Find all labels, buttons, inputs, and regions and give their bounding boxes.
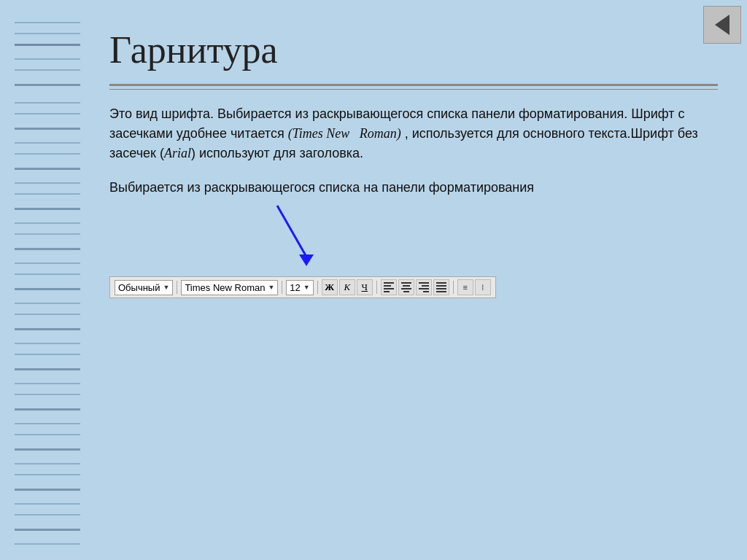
deco-line xyxy=(15,193,80,195)
title-section: Гарнитура xyxy=(109,29,718,71)
title-line-thick xyxy=(109,84,718,86)
deco-line xyxy=(15,314,80,315)
deco-line xyxy=(15,69,80,71)
deco-line xyxy=(15,262,80,264)
deco-line xyxy=(15,113,80,114)
deco-line xyxy=(15,503,80,505)
toolbar-divider-1 xyxy=(177,281,177,294)
deco-line xyxy=(15,543,80,545)
para2-text: Выбирается из раскрывающегося списка на … xyxy=(109,180,534,195)
style-dropdown[interactable]: Обычный ▼ xyxy=(115,280,173,295)
main-content: Гарнитура Это вид шрифта. Выбирается из … xyxy=(80,0,747,560)
deco-line xyxy=(15,182,80,184)
style-label: Обычный xyxy=(118,282,160,293)
line-spacing-icon: ≡ xyxy=(463,283,468,292)
font-label: Times New Roman xyxy=(185,282,265,293)
deco-line xyxy=(15,248,80,250)
deco-line xyxy=(15,22,80,23)
deco-line xyxy=(15,142,80,144)
deco-line xyxy=(15,273,80,275)
size-label: 12 xyxy=(290,282,300,293)
deco-line xyxy=(15,474,80,475)
deco-line xyxy=(15,168,80,170)
font-dropdown[interactable]: Times New Roman ▼ xyxy=(181,280,278,295)
para1-italic-times: (Times New Roman) xyxy=(288,126,401,141)
title-underlines xyxy=(109,84,718,90)
align-right-icon xyxy=(417,281,430,294)
deco-line xyxy=(15,44,80,46)
style-dropdown-arrow: ▼ xyxy=(163,284,169,291)
deco-line xyxy=(15,514,80,516)
deco-line xyxy=(15,233,80,235)
deco-line xyxy=(15,529,80,531)
deco-line xyxy=(15,408,80,411)
deco-line xyxy=(15,84,80,86)
deco-line xyxy=(15,368,80,370)
align-right-button[interactable] xyxy=(416,279,432,295)
deco-line xyxy=(15,208,80,210)
bold-label: Ж xyxy=(325,281,334,293)
svg-marker-1 xyxy=(299,254,314,266)
deco-line xyxy=(15,383,80,384)
align-left-icon xyxy=(382,281,395,294)
deco-line xyxy=(15,423,80,424)
toolbar-container: Обычный ▼ Times New Roman ▼ 12 ▼ Ж xyxy=(109,276,718,298)
extra-format-button[interactable]: ⁞ xyxy=(475,279,491,295)
italic-button[interactable]: К xyxy=(339,279,355,295)
deco-line xyxy=(15,354,80,355)
italic-label: К xyxy=(344,281,350,293)
align-justify-icon xyxy=(435,281,448,294)
deco-line xyxy=(15,303,80,304)
align-center-button[interactable] xyxy=(398,279,414,295)
size-dropdown[interactable]: 12 ▼ xyxy=(286,280,313,295)
deco-line xyxy=(15,128,80,130)
deco-line xyxy=(15,153,80,155)
size-dropdown-arrow: ▼ xyxy=(303,284,310,291)
arrow-container xyxy=(109,209,718,268)
deco-line xyxy=(15,434,80,435)
underline-label: Ч xyxy=(362,281,368,293)
para1-text3: ) используют для заголовка. xyxy=(191,146,363,160)
title-line-thin xyxy=(109,89,718,90)
font-dropdown-arrow: ▼ xyxy=(268,284,274,291)
line-spacing-button[interactable]: ≡ xyxy=(457,279,473,295)
body-paragraph-1: Это вид шрифта. Выбирается из раскрывающ… xyxy=(109,104,718,163)
svg-line-0 xyxy=(277,206,306,257)
extra-format-icon: ⁞ xyxy=(481,283,484,292)
toolbar-divider-2 xyxy=(282,281,282,294)
deco-line xyxy=(15,288,80,290)
deco-line xyxy=(15,463,80,464)
deco-line xyxy=(15,489,80,491)
deco-line xyxy=(15,33,80,34)
bold-button[interactable]: Ж xyxy=(322,279,338,295)
left-decoration xyxy=(0,0,80,560)
align-center-icon xyxy=(400,281,413,294)
align-justify-button[interactable] xyxy=(433,279,449,295)
toolbar-divider-5 xyxy=(453,281,454,294)
formatting-toolbar: Обычный ▼ Times New Roman ▼ 12 ▼ Ж xyxy=(109,276,496,298)
body-paragraph-2: Выбирается из раскрывающегося списка на … xyxy=(109,178,718,198)
align-left-button[interactable] xyxy=(381,279,397,295)
deco-line xyxy=(15,394,80,395)
para1-italic-arial: Arial xyxy=(164,146,191,160)
toolbar-divider-3 xyxy=(317,281,318,294)
deco-line xyxy=(15,222,80,224)
deco-line xyxy=(15,102,80,104)
deco-line xyxy=(15,328,80,330)
deco-line xyxy=(15,448,80,451)
deco-line xyxy=(15,58,80,60)
page-title: Гарнитура xyxy=(109,29,718,71)
deco-line xyxy=(15,343,80,344)
toolbar-divider-4 xyxy=(376,281,377,294)
underline-button[interactable]: Ч xyxy=(357,279,373,295)
arrow-svg xyxy=(255,202,343,268)
